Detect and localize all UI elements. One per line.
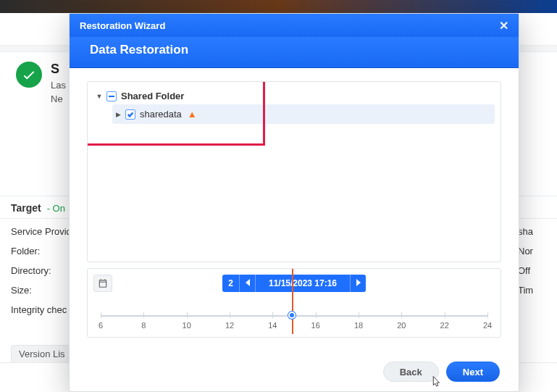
timeline-tick-label: 20 [397, 321, 406, 330]
version-count: 2 [222, 275, 240, 292]
bg-val-off: Off [518, 265, 547, 276]
modal-header-title: Restoration Wizard [80, 20, 165, 31]
chevron-down-icon[interactable] [96, 93, 102, 99]
status-success-icon [16, 62, 42, 88]
timeline-tick-label: 6 [99, 321, 103, 330]
timeline-marker-line [292, 269, 293, 334]
prev-version-button[interactable] [240, 275, 256, 292]
timeline-tick [143, 312, 144, 318]
version-date-label: 11/15/2023 17:16 [256, 275, 350, 292]
bg-target-label: Target [11, 202, 41, 214]
close-icon[interactable]: ✕ [499, 19, 508, 33]
modal-title: Data Restoration [70, 37, 519, 68]
timeline-tick [230, 312, 230, 318]
timeline-tick [445, 312, 445, 318]
timeline-tick [272, 312, 273, 318]
cursor-pointer-icon [430, 375, 443, 388]
tree-child-row[interactable]: sharedata ▲ [112, 104, 495, 124]
timeline-tick [401, 312, 402, 318]
checkbox-partial[interactable] [106, 91, 117, 101]
restoration-wizard-modal: Restoration Wizard ✕ Data Restoration Sh… [69, 13, 519, 392]
tree-root-row[interactable]: Shared Folder [93, 88, 495, 104]
bg-val-nor: Nor [518, 246, 547, 257]
timeline-panel: 2 11/15/2023 17:16 681012141618202224 [87, 268, 501, 338]
folder-tree: Shared Folder sharedata ▲ [87, 81, 501, 262]
next-version-button[interactable] [350, 275, 366, 292]
version-picker: 2 11/15/2023 17:16 [222, 275, 366, 292]
tree-child-label: sharedata [140, 109, 182, 120]
timeline-tick [187, 312, 188, 318]
chevron-right-icon[interactable] [115, 112, 121, 117]
timeline-tick-label: 10 [183, 321, 191, 330]
timeline-tick-label: 14 [268, 321, 277, 330]
timeline-tick [101, 312, 101, 318]
bg-status-line2: Ne [51, 93, 66, 104]
timeline-tick-label: 12 [225, 321, 234, 330]
bg-val-sha: sha [518, 226, 547, 237]
bg-target-status: - On [47, 203, 65, 214]
timeline-marker-dot[interactable] [288, 312, 296, 319]
timeline-tick-label: 18 [354, 321, 363, 330]
timeline-tick-label: 22 [440, 321, 449, 330]
tree-root-label: Shared Folder [121, 91, 184, 101]
bg-status-line1: Las [51, 80, 66, 91]
timeline-scale[interactable]: 681012141618202224 [88, 298, 501, 337]
timeline-tick [359, 312, 359, 318]
version-list-tab[interactable]: Version Lis [11, 345, 73, 363]
bg-val-tim: Tim [518, 285, 547, 296]
calendar-button[interactable] [93, 275, 112, 292]
timeline-tick-label: 24 [483, 321, 492, 330]
checkbox-checked[interactable] [125, 109, 135, 120]
next-button[interactable]: Next [446, 362, 500, 382]
bg-status-title: S [51, 62, 66, 77]
warning-icon: ▲ [188, 109, 197, 120]
timeline-tick-label: 16 [311, 321, 320, 330]
timeline-tick-label: 8 [141, 321, 146, 330]
timeline-tick [316, 312, 317, 318]
timeline-tick [487, 312, 488, 318]
